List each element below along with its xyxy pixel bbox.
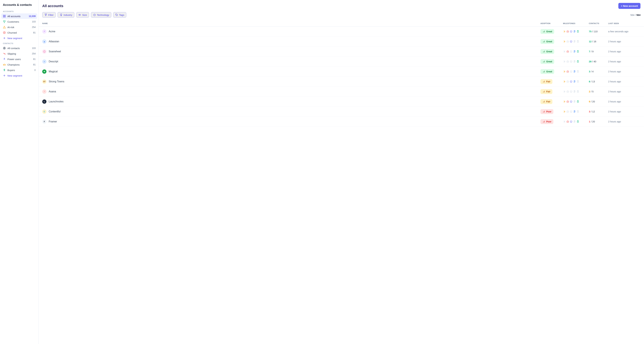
chip-label: Filter <box>48 14 54 16</box>
milestone-icon-4 <box>576 60 579 63</box>
sidebar: Accounts & contacts ACCOUNTS All account… <box>0 0 39 344</box>
account-name: Launchnotes <box>49 100 64 103</box>
sidebar-item-power-users[interactable]: Power users 81 <box>1 56 37 62</box>
contacts-cell: 1 / 20 <box>589 120 608 123</box>
name-cell: C Contentful <box>42 109 540 114</box>
last-seen-cell: 2 hours ago <box>608 120 640 123</box>
milestone-icon-0 <box>563 60 566 63</box>
table-row[interactable]: ST Strong Towns Fair 8 / 13 2 hours ago <box>39 77 644 87</box>
name-cell: L Launchnotes <box>42 99 540 104</box>
svg-point-18 <box>578 61 578 61</box>
milestones-cell <box>563 120 589 123</box>
name-cell: ST Strong Towns <box>42 79 540 84</box>
adoption-badge: Great <box>540 59 554 64</box>
new-segment-button[interactable]: New segment <box>1 35 37 41</box>
sidebar-item-champions[interactable]: Champions 81 <box>1 62 37 67</box>
sidebar-item-buyers[interactable]: Buyers 0 <box>1 67 37 73</box>
milestone-icon-3 <box>573 50 576 53</box>
account-logo: ◯ <box>42 49 46 54</box>
table-row[interactable]: M Magical Great 3 / 4 2 hours ago <box>39 67 644 77</box>
user-circle-icon <box>3 47 6 50</box>
filter-chip-filter[interactable]: Filter <box>42 12 56 18</box>
bars-icon <box>542 80 545 83</box>
milestone-icon-4 <box>576 110 579 113</box>
result-count: 564 / 564 <box>630 14 640 16</box>
account-name: Descript <box>49 60 58 63</box>
milestone-icon-3 <box>573 60 576 63</box>
table-row[interactable]: ≡ Descript Great 28 / 40 2 hours ago <box>39 57 644 67</box>
svg-point-21 <box>578 71 578 71</box>
sidebar-item-churned[interactable]: Churned 81 <box>1 30 37 35</box>
sidebar-item-customers[interactable]: Customers 103 <box>1 19 37 24</box>
svg-point-27 <box>578 91 578 91</box>
svg-rect-22 <box>570 81 572 82</box>
milestone-icon-0 <box>563 40 566 43</box>
col-adoption[interactable]: ADOPTION <box>540 21 563 26</box>
power-icon <box>93 14 96 16</box>
sidebar-item-label: At-risk <box>8 26 30 29</box>
col-milestones[interactable]: MILESTONES <box>563 21 589 26</box>
sidebar-item-count: 254 <box>32 26 36 29</box>
milestone-icon-4 <box>576 80 579 83</box>
milestone-icon-2 <box>570 110 572 113</box>
adoption-cell: Great <box>540 39 563 44</box>
funnel-icon <box>44 14 47 16</box>
milestones-cell <box>563 60 589 63</box>
milestones-cell <box>563 50 589 53</box>
chip-label: Tags <box>119 14 124 16</box>
milestone-icon-2 <box>570 50 572 53</box>
milestone-icon-2 <box>570 60 572 63</box>
x-circle-icon <box>3 31 6 34</box>
col-last-seen[interactable]: LAST SEEN <box>608 21 640 26</box>
sidebar-item-label: All accounts <box>8 15 27 18</box>
filter-chip-industry[interactable]: Industry <box>58 12 74 18</box>
table-row[interactable]: ◯ Soarwheel Great 7 / 9 2 hours ago <box>39 47 644 57</box>
milestone-icon-2 <box>570 100 572 103</box>
svg-point-36 <box>578 121 578 121</box>
adoption-badge: Fair <box>540 99 552 104</box>
contacts-cell: 7 / 9 <box>589 50 608 53</box>
adoption-badge: Poor <box>540 109 553 114</box>
milestone-icon-3 <box>573 110 576 113</box>
adoption-label: Fair <box>546 100 550 103</box>
account-logo: F <box>42 119 46 124</box>
col-name[interactable]: NAME <box>42 21 540 26</box>
table-row[interactable]: ✓ Acme Great 75 / 110 a few seconds ago <box>39 27 644 37</box>
bars-icon <box>542 120 545 123</box>
account-name: Soarwheel <box>49 50 61 53</box>
table-row[interactable]: C Contentful Poor 3 / 12 2 hours ago <box>39 107 644 117</box>
milestone-icon-2 <box>570 90 572 93</box>
contacts-cell: 28 / 40 <box>589 60 608 63</box>
contacts-active: 75 <box>589 30 592 33</box>
account-logo: M <box>42 69 46 74</box>
svg-point-33 <box>578 111 578 111</box>
col-contacts[interactable]: CONTACTS <box>589 21 608 26</box>
milestone-icon-3 <box>573 40 576 43</box>
filter-chip-size[interactable]: Size <box>76 12 89 18</box>
sidebar-item-count: 81 <box>33 31 36 34</box>
sidebar-item-all-accounts[interactable]: All accounts 12,039 <box>1 14 37 19</box>
sidebar-item-all-contacts[interactable]: All contacts 103 <box>1 45 37 51</box>
sidebar-item-slipping[interactable]: Slipping 254 <box>1 51 37 56</box>
filter-chip-tags[interactable]: Tags <box>113 12 126 18</box>
account-name: Framer <box>49 120 57 123</box>
table-row[interactable]: ⁖ Asana Fair 2 / 5 2 hours ago <box>39 87 644 97</box>
table-row[interactable]: L Launchnotes Fair 9 / 20 2 hours ago <box>39 97 644 107</box>
tag-icon <box>115 14 118 16</box>
contacts-cell: 75 / 110 <box>589 30 608 33</box>
filter-chip-technology[interactable]: Technology <box>91 12 111 18</box>
milestone-icon-1 <box>566 90 569 93</box>
milestone-icon-1 <box>566 120 569 123</box>
new-segment-button[interactable]: New segment <box>1 73 37 78</box>
milestone-icon-1 <box>566 60 569 63</box>
sidebar-item-at-risk[interactable]: At-risk 254 <box>1 24 37 30</box>
sidebar-item-label: Power users <box>8 58 32 61</box>
svg-rect-0 <box>3 15 4 16</box>
table-row[interactable]: F Framer Poor 1 / 20 2 hours ago <box>39 117 644 127</box>
bars-icon <box>542 60 545 63</box>
adoption-badge: Poor <box>540 119 553 124</box>
table-row[interactable]: ▲ Atlassian Great 12 / 16 2 hours ago <box>39 37 644 47</box>
adoption-label: Fair <box>546 90 550 93</box>
adoption-label: Fair <box>546 80 550 83</box>
new-account-button[interactable]: + New account <box>618 3 640 9</box>
